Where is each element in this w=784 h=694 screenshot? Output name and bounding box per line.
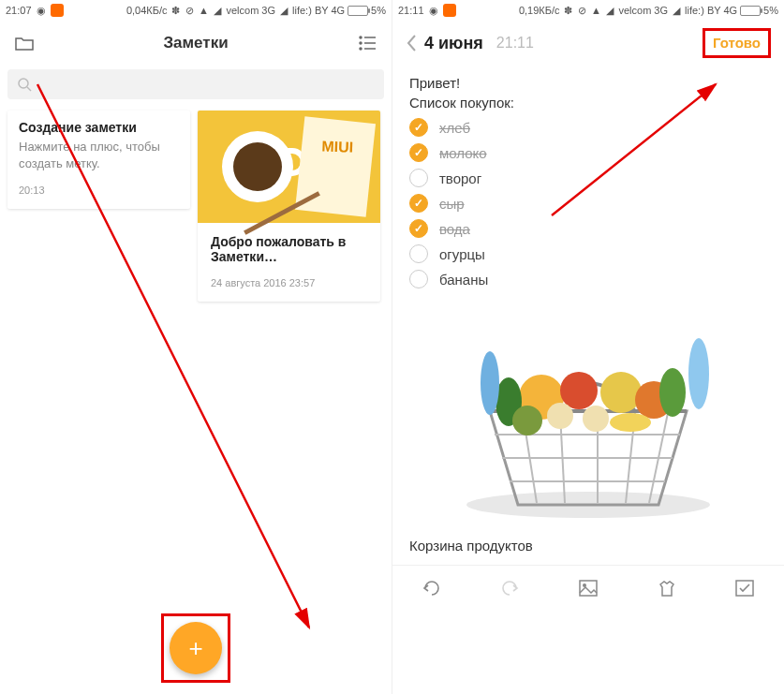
- status-time: 21:11: [398, 5, 424, 16]
- note-image[interactable]: [409, 313, 767, 528]
- checklist-label: молоко: [439, 145, 487, 161]
- app-indicator-icon: [51, 4, 64, 17]
- groceries-basket-illustration: [438, 317, 738, 524]
- checklist-item[interactable]: молоко: [409, 143, 767, 162]
- note-header: 4 июня 21:11 Готово: [392, 21, 784, 66]
- battery-pct: 5%: [371, 5, 386, 16]
- card-title: Создание заметки: [19, 120, 179, 135]
- checklist-label: огурцы: [439, 246, 485, 262]
- svg-point-26: [547, 403, 573, 429]
- add-note-button[interactable]: +: [170, 622, 222, 674]
- plus-icon: +: [188, 634, 202, 663]
- checklist-item[interactable]: бананы: [409, 270, 767, 288]
- signal-icon: ◢: [604, 5, 615, 16]
- sync-icon: ◉: [36, 5, 47, 16]
- bluetooth-icon: ✽: [562, 5, 573, 16]
- svg-point-0: [360, 37, 362, 38]
- checklist-button[interactable]: [732, 576, 757, 600]
- notes-list-screen: 21:07 ◉ 0,04КБ/с ✽ ⊘ ▲ ◢ velcom 3G ◢ lif…: [0, 0, 392, 694]
- signal2-icon: ◢: [671, 5, 682, 16]
- checkbox[interactable]: [409, 194, 428, 213]
- svg-point-2: [360, 42, 362, 44]
- card-timestamp: 20:13: [19, 185, 179, 196]
- svg-rect-30: [580, 581, 597, 596]
- svg-point-19: [560, 372, 598, 409]
- note-time: 21:11: [496, 35, 534, 52]
- bluetooth-icon: ✽: [170, 5, 181, 16]
- carrier1: velcom 3G: [618, 5, 668, 16]
- search-icon: [17, 77, 32, 92]
- svg-point-25: [688, 338, 709, 409]
- svg-point-6: [19, 79, 28, 88]
- wifi-icon: ▲: [198, 5, 209, 16]
- carrier2: life:) BY 4G: [292, 5, 345, 16]
- wifi-icon: ▲: [590, 5, 601, 16]
- checkbox[interactable]: [409, 219, 428, 238]
- back-button[interactable]: [406, 34, 417, 52]
- card-title: Добро пожаловать в Заметки…: [211, 234, 367, 264]
- svg-point-23: [659, 368, 686, 417]
- app-indicator-icon: [443, 4, 456, 17]
- greeting-text: Привет!: [409, 75, 767, 91]
- insert-image-button[interactable]: [576, 576, 600, 600]
- status-bar: 21:07 ◉ 0,04КБ/с ✽ ⊘ ▲ ◢ velcom 3G ◢ lif…: [0, 0, 392, 21]
- checklist-label: бананы: [439, 272, 488, 288]
- theme-button[interactable]: [655, 576, 679, 600]
- note-card[interactable]: Создание заметки Нажмите на плюс, чтобы …: [7, 111, 190, 209]
- svg-point-27: [583, 406, 609, 432]
- checklist-item[interactable]: вода: [409, 219, 767, 238]
- cards-grid: Создание заметки Нажмите на плюс, чтобы …: [0, 103, 392, 309]
- signal2-icon: ◢: [278, 5, 289, 16]
- page-title: Заметки: [49, 34, 343, 52]
- list-title: Список покупок:: [409, 95, 767, 111]
- checkbox[interactable]: [409, 143, 428, 162]
- status-time: 21:07: [6, 5, 32, 16]
- checklist-item[interactable]: огурцы: [409, 244, 767, 263]
- checklist: хлебмолокотворогсырводаогурцыбананы: [409, 118, 767, 288]
- checklist-label: сыр: [439, 196, 465, 212]
- note-content[interactable]: Привет! Список покупок: хлебмолокотворог…: [392, 66, 784, 565]
- editor-toolbar: [392, 565, 784, 610]
- sync-icon: ◉: [428, 5, 439, 16]
- search-input[interactable]: [7, 69, 384, 99]
- undo-button[interactable]: [420, 576, 444, 600]
- svg-point-29: [512, 406, 542, 436]
- note-date: 4 июня: [424, 34, 483, 53]
- chevron-left-icon: [406, 34, 417, 52]
- alarm-off-icon: ⊘: [576, 5, 587, 16]
- checkbox[interactable]: [409, 270, 428, 288]
- view-mode-icon[interactable]: [354, 30, 380, 56]
- image-caption: Корзина продуктов: [409, 538, 767, 554]
- status-speed: 0,04КБ/с: [126, 5, 168, 16]
- battery-icon: [348, 6, 368, 16]
- card-thumbnail: [198, 111, 380, 223]
- checklist-label: творог: [439, 170, 481, 186]
- redo-button[interactable]: [497, 576, 522, 600]
- checklist-item[interactable]: творог: [409, 169, 767, 187]
- svg-point-24: [481, 351, 499, 415]
- carrier2: life:) BY 4G: [685, 5, 737, 16]
- card-subtitle: Нажмите на плюс, чтобы создать метку.: [19, 139, 179, 171]
- battery-icon: [740, 6, 761, 16]
- battery-pct: 5%: [763, 5, 778, 16]
- highlight-box: +: [161, 613, 230, 683]
- checklist-item[interactable]: хлеб: [409, 118, 767, 137]
- svg-point-20: [600, 372, 642, 413]
- alarm-off-icon: ⊘: [184, 5, 195, 16]
- svg-point-4: [360, 48, 362, 50]
- status-bar: 21:11 ◉ 0,19КБ/с ✽ ⊘ ▲ ◢ velcom 3G ◢ lif…: [392, 0, 784, 21]
- checklist-label: хлеб: [439, 120, 470, 136]
- card-timestamp: 24 августа 2016 23:57: [211, 277, 367, 288]
- done-button[interactable]: Готово: [713, 35, 761, 51]
- checkbox[interactable]: [409, 169, 428, 187]
- highlight-box: Готово: [703, 28, 771, 58]
- header: Заметки: [0, 21, 392, 66]
- checkbox[interactable]: [409, 244, 428, 263]
- status-speed: 0,19КБ/с: [519, 5, 560, 16]
- checklist-item[interactable]: сыр: [409, 194, 767, 213]
- checklist-label: вода: [439, 221, 470, 237]
- svg-line-7: [27, 87, 31, 91]
- note-card[interactable]: Добро пожаловать в Заметки… 24 августа 2…: [198, 111, 380, 302]
- folder-icon[interactable]: [11, 30, 37, 56]
- checkbox[interactable]: [409, 118, 428, 137]
